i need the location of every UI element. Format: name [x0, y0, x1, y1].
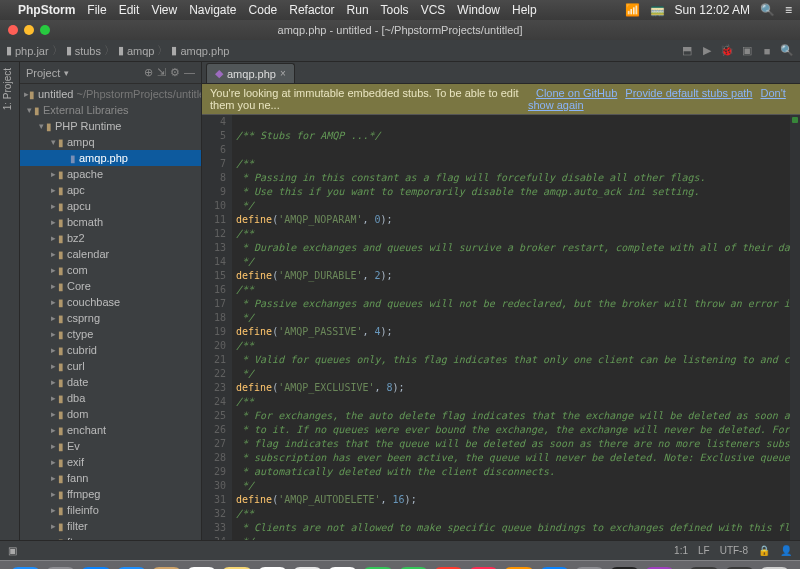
tree-row[interactable]: ▸▮apache [20, 166, 201, 182]
editor-tabs: ◆ amqp.php × [202, 62, 800, 84]
readonly-stub-notification: You're looking at immutable embedded stu… [202, 84, 800, 115]
menu-window[interactable]: Window [457, 3, 500, 17]
tree-row[interactable]: ▾▮PHP Runtime [20, 118, 201, 134]
app-name[interactable]: PhpStorm [18, 3, 75, 17]
tree-row[interactable]: ▸▮bcmath [20, 214, 201, 230]
tree-row[interactable]: ▸▮com [20, 262, 201, 278]
tree-row[interactable]: ▸▮exif [20, 454, 201, 470]
navigation-bar: ▮php.jar〉▮stubs〉▮amqp〉▮amqp.php ⬒ ▶ 🐞 ▣ … [0, 40, 800, 62]
tree-row[interactable]: ▸▮apcu [20, 198, 201, 214]
macos-menubar: PhpStorm FileEditViewNavigateCodeRefacto… [0, 0, 800, 20]
readonly-lock-icon[interactable]: 🔒 [758, 545, 770, 556]
menu-refactor[interactable]: Refactor [289, 3, 334, 17]
window-titlebar: amqp.php - untitled - [~/PhpstormProject… [0, 20, 800, 40]
menu-view[interactable]: View [151, 3, 177, 17]
build-icon[interactable]: ⬒ [680, 44, 694, 58]
tree-row[interactable]: ▸▮untitled ~/PhpstormProjects/untitled [20, 86, 201, 102]
breadcrumb-item[interactable]: amqp.php [180, 45, 229, 57]
caret-position[interactable]: 1:1 [674, 545, 688, 556]
notification-text: You're looking at immutable embedded stu… [210, 87, 528, 111]
train-icon[interactable]: 🚃 [650, 3, 665, 17]
tree-row[interactable]: ▸▮curl [20, 358, 201, 374]
tree-row[interactable]: ▸▮bz2 [20, 230, 201, 246]
project-tree[interactable]: ▸▮untitled ~/PhpstormProjects/untitled▾▮… [20, 84, 201, 540]
tree-row[interactable]: ▸▮fileinfo [20, 502, 201, 518]
tree-row[interactable]: ▸▮calendar [20, 246, 201, 262]
menubar-clock[interactable]: Sun 12:02 AM [675, 3, 750, 17]
project-panel-label[interactable]: Project [26, 67, 60, 79]
spotlight-icon[interactable]: 🔍 [760, 3, 775, 17]
window-title: amqp.php - untitled - [~/PhpstormProject… [278, 24, 523, 36]
menu-tools[interactable]: Tools [381, 3, 409, 17]
scroll-from-source-icon[interactable]: ⊕ [144, 66, 153, 79]
run-icon[interactable]: ▶ [700, 44, 714, 58]
editor-code[interactable]: /** Stubs for AMQP ...*/ /** * Passing i… [232, 115, 790, 540]
tree-row[interactable]: ▸▮Core [20, 278, 201, 294]
editor-tab-amqp[interactable]: ◆ amqp.php × [206, 63, 295, 83]
tree-row[interactable]: ▸▮ftp [20, 534, 201, 540]
breadcrumb-item[interactable]: amqp [127, 45, 155, 57]
close-tab-icon[interactable]: × [280, 68, 286, 79]
menu-extras-icon[interactable]: ≡ [785, 3, 792, 17]
tree-row[interactable]: ▸▮enchant [20, 422, 201, 438]
error-stripe[interactable] [790, 115, 800, 540]
menu-edit[interactable]: Edit [119, 3, 140, 17]
coverage-icon[interactable]: ▣ [740, 44, 754, 58]
notification-link[interactable]: Clone on GitHub [536, 87, 617, 99]
project-tool-window: Project ▾ ⊕ ⇲ ⚙ — ▸▮untitled ~/PhpstormP… [20, 62, 202, 540]
macos-dock: ☻🚀🧭✉👤20📝☑🗺🌸💬📹📷♫📖A⚙>_PS📁⬇🗑 [0, 560, 800, 569]
window-minimize-button[interactable] [24, 25, 34, 35]
breadcrumb-item[interactable]: php.jar [15, 45, 49, 57]
status-bar: ▣ 1:1 LF UTF-8 🔒 👤 [0, 540, 800, 560]
tool-window-stripe-left: 1: Project [0, 62, 20, 540]
tree-row[interactable]: ▸▮couchbase [20, 294, 201, 310]
tree-row[interactable]: ▸▮apc [20, 182, 201, 198]
breadcrumb[interactable]: ▮php.jar〉▮stubs〉▮amqp〉▮amqp.php [6, 43, 229, 58]
tree-row[interactable]: ▸▮csprng [20, 310, 201, 326]
gear-icon[interactable]: ⚙ [170, 66, 180, 79]
menu-run[interactable]: Run [347, 3, 369, 17]
breadcrumb-item[interactable]: stubs [75, 45, 101, 57]
menu-help[interactable]: Help [512, 3, 537, 17]
tree-row[interactable]: ▾▮External Libraries [20, 102, 201, 118]
menu-vcs[interactable]: VCS [421, 3, 446, 17]
tree-row[interactable]: ▸▮cubrid [20, 342, 201, 358]
stop-icon[interactable]: ■ [760, 44, 774, 58]
tree-row[interactable]: ▸▮fann [20, 470, 201, 486]
file-encoding[interactable]: UTF-8 [720, 545, 748, 556]
line-separator[interactable]: LF [698, 545, 710, 556]
tree-row[interactable]: ▾▮ampq [20, 134, 201, 150]
search-icon[interactable]: 🔍 [780, 44, 794, 58]
hector-icon[interactable]: 👤 [780, 545, 792, 556]
menu-file[interactable]: File [87, 3, 106, 17]
tree-row[interactable]: ▮amqp.php [20, 150, 201, 166]
tree-row[interactable]: ▸▮dom [20, 406, 201, 422]
editor-tab-label: amqp.php [227, 68, 276, 80]
project-tool-tab[interactable]: 1: Project [0, 62, 15, 116]
collapse-all-icon[interactable]: ⇲ [157, 66, 166, 79]
menu-code[interactable]: Code [249, 3, 278, 17]
window-zoom-button[interactable] [40, 25, 50, 35]
notification-link[interactable]: Provide default stubs path [625, 87, 752, 99]
editor-gutter[interactable]: 4567891011121314151617181920212223242526… [202, 115, 232, 540]
window-close-button[interactable] [8, 25, 18, 35]
php-file-icon: ◆ [215, 67, 223, 80]
status-tool-windows-icon[interactable]: ▣ [8, 545, 17, 556]
tree-row[interactable]: ▸▮Ev [20, 438, 201, 454]
wifi-icon[interactable]: 📶 [625, 3, 640, 17]
tree-row[interactable]: ▸▮ffmpeg [20, 486, 201, 502]
tree-row[interactable]: ▸▮filter [20, 518, 201, 534]
debug-icon[interactable]: 🐞 [720, 44, 734, 58]
tree-row[interactable]: ▸▮date [20, 374, 201, 390]
menu-navigate[interactable]: Navigate [189, 3, 236, 17]
inspection-ok-icon [792, 117, 798, 123]
tree-row[interactable]: ▸▮ctype [20, 326, 201, 342]
tree-row[interactable]: ▸▮dba [20, 390, 201, 406]
hide-tool-window-icon[interactable]: — [184, 66, 195, 79]
